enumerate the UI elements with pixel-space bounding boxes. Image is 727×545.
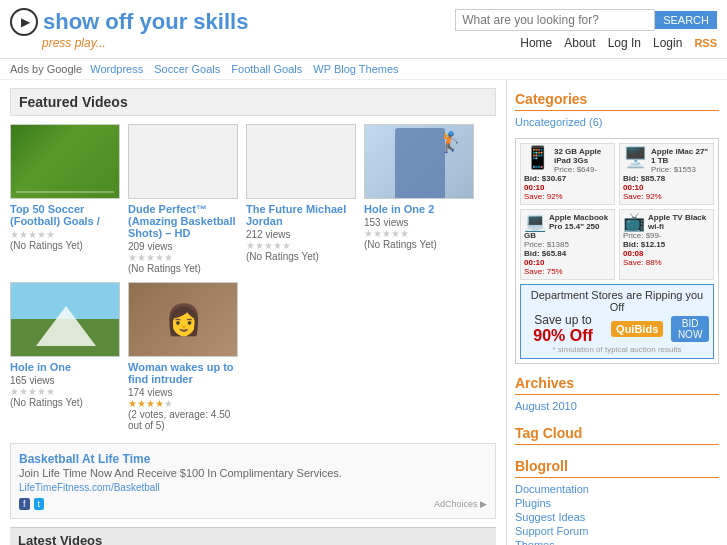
blogroll-support[interactable]: Support Forum (515, 525, 719, 537)
auction-icon-1: 📱 (524, 147, 551, 169)
video-item: Dude Perfect™ (Amazing Basketball Shots)… (128, 124, 238, 274)
stars-4: ★★★★★ (364, 228, 409, 239)
ads-row: Ads by Google Wordpress Soccer Goals Foo… (0, 59, 727, 80)
nav-login2[interactable]: Login (653, 36, 682, 50)
rating-text-4: (No Ratings Yet) (364, 239, 437, 250)
auction-bid-4: Bid: $12.15 (623, 240, 710, 249)
rss-link[interactable]: RSS (694, 37, 717, 49)
ad-url: LifeTimeFitness.com/Basketball (19, 482, 160, 493)
archives-heading: Archives (515, 372, 719, 395)
archive-aug-2010[interactable]: August 2010 (515, 400, 719, 412)
blogroll-suggest[interactable]: Suggest Ideas (515, 511, 719, 523)
video-item: Top 50 Soccer (Football) Goals / ★★★★★ (… (10, 124, 120, 274)
quibids-logo: QuiBids (611, 321, 663, 337)
blogroll-themes[interactable]: Themes (515, 539, 719, 545)
auction-bid-1: Bid: $30.67 (524, 174, 611, 183)
views-count-5: 165 (10, 375, 27, 386)
rating-text-5: (No Ratings Yet) (10, 397, 83, 408)
video-title-1[interactable]: Top 50 Soccer (Football) Goals / (10, 203, 120, 227)
logo-highlight: skills (193, 9, 248, 34)
logo-subtitle: press play... (42, 36, 248, 50)
stars-2: ★★★★★ (128, 252, 173, 263)
video-views-1: ★★★★★ (No Ratings Yet) (10, 229, 120, 251)
auction-bid-2: Bid: $85.78 (623, 174, 710, 183)
auction-item-4: 📺 Apple TV Black wi-fi Price: $99- Bid: … (619, 209, 714, 280)
ads-soccer-goals[interactable]: Soccer Goals (154, 63, 220, 75)
views-count-6: 174 (128, 387, 145, 398)
video-title-5[interactable]: Hole in One (10, 361, 120, 373)
video-views-6: 174 views ★★★★★ (2 votes, average: 4.50 … (128, 387, 238, 431)
auction-save-4: Save: 88% (623, 258, 710, 267)
search-area: SEARCH Home About Log In Login RSS (455, 9, 717, 50)
ads-label: Ads by Google (10, 63, 82, 75)
auction-item-3: 💻 Apple Macbook Pro 15.4" 250 GB Price: … (520, 209, 615, 280)
auction-save-3: Save: 75% (524, 267, 611, 276)
ad-choices: AdChoices ▶ (434, 499, 487, 509)
categories-uncategorized[interactable]: Uncategorized (6) (515, 116, 719, 128)
ad-title-link[interactable]: Basketball At Life Time (19, 452, 150, 466)
tent-icon (36, 306, 96, 346)
blogroll-plugins[interactable]: Plugins (515, 497, 719, 509)
auction-grid: 📱 32 GB Apple iPad 3Gs Price: $649- Bid:… (520, 143, 714, 280)
ads-football-goals[interactable]: Football Goals (231, 63, 302, 75)
video-thumb-4: 🏌️ (364, 124, 474, 199)
content-area: Featured Videos Top 50 Soccer (Football)… (0, 80, 507, 545)
nav-home[interactable]: Home (520, 36, 552, 50)
bid-now-button[interactable]: BID NOW (671, 316, 709, 342)
auction-timer-3: 00:10 (524, 258, 611, 267)
blogroll-documentation[interactable]: Documentation (515, 483, 719, 495)
logo-prefix: show off your (43, 9, 193, 34)
video-item: The Future Michael Jordan 212 views ★★★★… (246, 124, 356, 274)
ads-blog-themes[interactable]: WP Blog Themes (313, 63, 398, 75)
auction-bid-3: Bid: $65.84 (524, 249, 611, 258)
views-count-3: 212 (246, 229, 263, 240)
rating-text-1: (No Ratings Yet) (10, 240, 83, 251)
nav-about[interactable]: About (564, 36, 595, 50)
auction-widget: 📱 32 GB Apple iPad 3Gs Price: $649- Bid:… (515, 138, 719, 364)
quibids-banner: Department Stores are Ripping you Off Sa… (520, 284, 714, 359)
stars-1: ★★★★★ (10, 229, 55, 240)
sidebar: Categories Uncategorized (6) 📱 32 GB App… (507, 80, 727, 545)
rating-text-2: (No Ratings Yet) (128, 263, 201, 274)
video-title-3[interactable]: The Future Michael Jordan (246, 203, 356, 227)
ads-wordpress[interactable]: Wordpress (90, 63, 143, 75)
stars-3: ★★★★★ (246, 240, 291, 251)
ad-section: Basketball At Life Time Join Life Time N… (10, 443, 496, 519)
auction-item-1: 📱 32 GB Apple iPad 3Gs Price: $649- Bid:… (520, 143, 615, 205)
auction-price-4: Price: $99- (623, 231, 710, 240)
auction-icon-4: 📺 (623, 213, 645, 231)
video-title-6[interactable]: Woman wakes up to find intruder (128, 361, 238, 385)
video-views-3: 212 views ★★★★★ (No Ratings Yet) (246, 229, 356, 262)
auction-icon-2: 🖥️ (623, 147, 648, 167)
video-views-4: 153 views ★★★★★ (No Ratings Yet) (364, 217, 474, 250)
video-thumb-1 (10, 124, 120, 199)
auction-save-1: Save: 92% (524, 192, 611, 201)
search-input[interactable] (455, 9, 655, 31)
video-views-5: 165 views ★★★★★ (No Ratings Yet) (10, 375, 120, 408)
auction-price-3: Price: $1385 (524, 240, 611, 249)
auction-save-2: Save: 92% (623, 192, 710, 201)
stars-empty-6: ★ (164, 398, 173, 409)
nav-bar: Home About Log In Login RSS (520, 36, 717, 50)
logo-area: show off your skills press play... (10, 8, 248, 50)
video-item: Hole in One 165 views ★★★★★ (No Ratings … (10, 282, 120, 431)
video-grid: Top 50 Soccer (Football) Goals / ★★★★★ (… (10, 124, 496, 431)
blogroll-section: Blogroll Documentation Plugins Suggest I… (515, 455, 719, 545)
categories-section: Categories Uncategorized (6) (515, 88, 719, 128)
video-title-2[interactable]: Dude Perfect™ (Amazing Basketball Shots)… (128, 203, 238, 239)
quibids-save-text: Save up to 90% Off (525, 313, 601, 345)
archives-section: Archives August 2010 (515, 372, 719, 412)
nav-login[interactable]: Log In (608, 36, 641, 50)
ad-social-icons: f t AdChoices ▶ (19, 498, 487, 510)
search-box: SEARCH (455, 9, 717, 31)
quibids-text: Department Stores are Ripping you Off (525, 289, 709, 313)
stars-filled-6: ★★★★ (128, 398, 164, 409)
video-title-4[interactable]: Hole in One 2 (364, 203, 474, 215)
search-button[interactable]: SEARCH (655, 11, 717, 29)
facebook-icon[interactable]: f (19, 498, 30, 510)
auction-timer-4: 00:08 (623, 249, 710, 258)
views-count-2: 209 (128, 241, 145, 252)
quibids-note: * simulation of typical auction results (525, 345, 709, 354)
twitter-icon[interactable]: t (34, 498, 45, 510)
tag-cloud-section: Tag Cloud (515, 422, 719, 445)
